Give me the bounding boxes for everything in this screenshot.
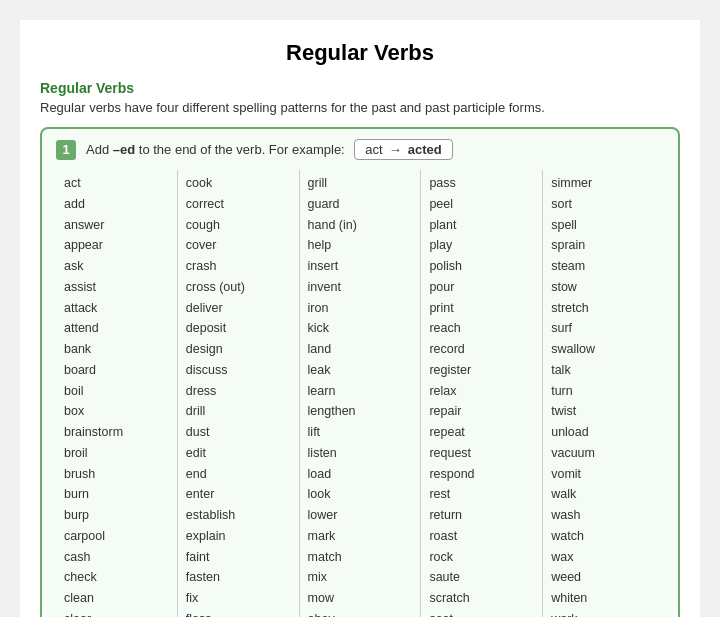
word-item: kick bbox=[308, 319, 413, 338]
section-desc: Regular verbs have four different spelli… bbox=[40, 100, 680, 115]
word-item: reach bbox=[429, 319, 534, 338]
word-item: match bbox=[308, 548, 413, 567]
word-item: turn bbox=[551, 382, 656, 401]
word-item: check bbox=[64, 568, 169, 587]
word-item: learn bbox=[308, 382, 413, 401]
section-title: Regular Verbs bbox=[40, 80, 680, 96]
word-item: box bbox=[64, 402, 169, 421]
rule-emphasis: –ed bbox=[113, 142, 135, 157]
word-item: mix bbox=[308, 568, 413, 587]
word-item: deposit bbox=[186, 319, 291, 338]
word-item: brush bbox=[64, 465, 169, 484]
word-item: burp bbox=[64, 506, 169, 525]
word-item: wax bbox=[551, 548, 656, 567]
word-item: edit bbox=[186, 444, 291, 463]
word-item: add bbox=[64, 195, 169, 214]
word-item: wash bbox=[551, 506, 656, 525]
word-item: establish bbox=[186, 506, 291, 525]
word-item: print bbox=[429, 299, 534, 318]
word-item: swallow bbox=[551, 340, 656, 359]
word-item: request bbox=[429, 444, 534, 463]
word-item: saute bbox=[429, 568, 534, 587]
word-item: weed bbox=[551, 568, 656, 587]
word-item: boil bbox=[64, 382, 169, 401]
word-item: correct bbox=[186, 195, 291, 214]
word-item: leak bbox=[308, 361, 413, 380]
word-item: cover bbox=[186, 236, 291, 255]
word-item: work bbox=[551, 610, 656, 617]
word-item: brainstorm bbox=[64, 423, 169, 442]
word-item: watch bbox=[551, 527, 656, 546]
word-item: vomit bbox=[551, 465, 656, 484]
word-item: land bbox=[308, 340, 413, 359]
word-item: repeat bbox=[429, 423, 534, 442]
word-item: explain bbox=[186, 527, 291, 546]
rule-number: 1 bbox=[56, 140, 76, 160]
page-container: Regular Verbs Regular Verbs Regular verb… bbox=[20, 20, 700, 617]
word-item: floss bbox=[186, 610, 291, 617]
word-item: vacuum bbox=[551, 444, 656, 463]
word-item: hand (in) bbox=[308, 216, 413, 235]
word-item: fix bbox=[186, 589, 291, 608]
word-item: lift bbox=[308, 423, 413, 442]
word-item: polish bbox=[429, 257, 534, 276]
word-item: mark bbox=[308, 527, 413, 546]
word-item: burn bbox=[64, 485, 169, 504]
word-item: carpool bbox=[64, 527, 169, 546]
word-item: play bbox=[429, 236, 534, 255]
word-column-0: actaddanswerappearaskassistattackattendb… bbox=[56, 170, 178, 617]
word-item: rest bbox=[429, 485, 534, 504]
word-item: faint bbox=[186, 548, 291, 567]
example-box: act → acted bbox=[354, 139, 452, 160]
word-column-4: simmersortspellsprainsteamstowstretchsur… bbox=[543, 170, 664, 617]
word-column-2: grillguardhand (in)helpinsertinventironk… bbox=[300, 170, 422, 617]
word-item: ask bbox=[64, 257, 169, 276]
word-item: stow bbox=[551, 278, 656, 297]
word-item: twist bbox=[551, 402, 656, 421]
word-item: steam bbox=[551, 257, 656, 276]
word-item: simmer bbox=[551, 174, 656, 193]
word-item: cash bbox=[64, 548, 169, 567]
word-item: act bbox=[64, 174, 169, 193]
word-item: end bbox=[186, 465, 291, 484]
word-item: invent bbox=[308, 278, 413, 297]
main-title: Regular Verbs bbox=[40, 40, 680, 66]
example-result: acted bbox=[408, 142, 442, 157]
word-item: help bbox=[308, 236, 413, 255]
word-item: register bbox=[429, 361, 534, 380]
word-item: guard bbox=[308, 195, 413, 214]
word-item: clean bbox=[64, 589, 169, 608]
word-item: roast bbox=[429, 527, 534, 546]
word-column-1: cookcorrectcoughcovercrashcross (out)del… bbox=[178, 170, 300, 617]
word-item: broil bbox=[64, 444, 169, 463]
rule-text2: to the end of the verb. For example: bbox=[135, 142, 345, 157]
word-item: bank bbox=[64, 340, 169, 359]
word-item: rock bbox=[429, 548, 534, 567]
word-column-3: passpeelplantplaypolishpourprintreachrec… bbox=[421, 170, 543, 617]
word-item: lower bbox=[308, 506, 413, 525]
word-item: enter bbox=[186, 485, 291, 504]
word-item: repair bbox=[429, 402, 534, 421]
rule-header: 1 Add –ed to the end of the verb. For ex… bbox=[56, 139, 664, 160]
word-item: return bbox=[429, 506, 534, 525]
word-item: listen bbox=[308, 444, 413, 463]
rule-box: 1 Add –ed to the end of the verb. For ex… bbox=[40, 127, 680, 617]
word-item: pour bbox=[429, 278, 534, 297]
word-item: pass bbox=[429, 174, 534, 193]
word-item: unload bbox=[551, 423, 656, 442]
word-item: dust bbox=[186, 423, 291, 442]
word-item: dress bbox=[186, 382, 291, 401]
word-item: respond bbox=[429, 465, 534, 484]
word-item: surf bbox=[551, 319, 656, 338]
word-item: appear bbox=[64, 236, 169, 255]
example-arrow: → bbox=[389, 142, 402, 157]
word-item: scratch bbox=[429, 589, 534, 608]
word-item: whiten bbox=[551, 589, 656, 608]
word-item: obey bbox=[308, 610, 413, 617]
word-item: answer bbox=[64, 216, 169, 235]
word-item: iron bbox=[308, 299, 413, 318]
word-item: peel bbox=[429, 195, 534, 214]
word-item: cook bbox=[186, 174, 291, 193]
word-item: spell bbox=[551, 216, 656, 235]
word-item: load bbox=[308, 465, 413, 484]
